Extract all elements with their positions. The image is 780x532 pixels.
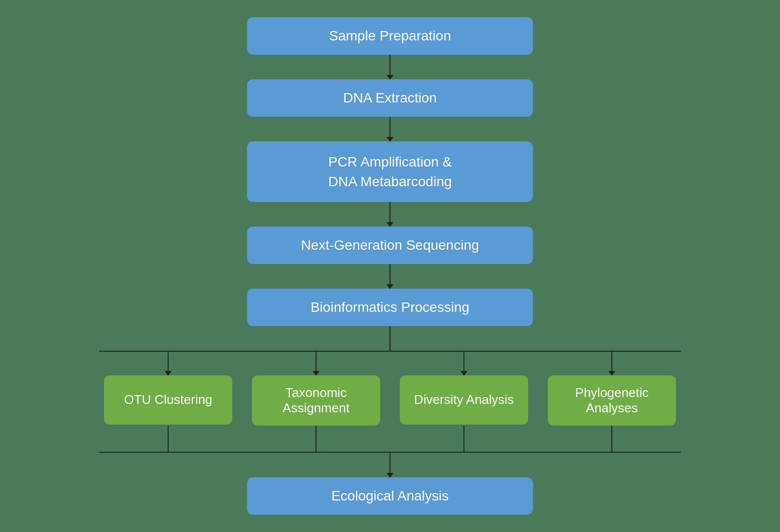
taxonomic-assignment-label: Taxonomic Assignment <box>264 385 368 416</box>
sample-preparation-label: Sample Preparation <box>329 28 451 44</box>
bottom-convergence <box>94 426 686 453</box>
phylo-bottom-stem <box>611 426 612 453</box>
pcr-amplification-box: PCR Amplification &DNA Metabarcoding <box>247 141 533 201</box>
taxonomic-bottom-stem <box>316 426 317 453</box>
ngs-box: Next-Generation Sequencing <box>247 227 533 264</box>
phylogenetic-analyses-box: Phylogenetic Analyses <box>548 375 676 426</box>
branch-section: OTU Clustering Taxonomic Assignment Dive… <box>45 351 735 453</box>
diversity-analysis-label: Diversity Analysis <box>414 392 514 407</box>
diversity-analysis-box: Diversity Analysis <box>400 375 528 425</box>
otu-stem <box>168 351 169 375</box>
flowchart: Sample Preparation DNA Extraction PCR Am… <box>45 17 735 514</box>
ecological-analysis-label: Ecological Analysis <box>331 488 449 504</box>
arrow-1 <box>390 55 390 79</box>
diversity-stem <box>463 351 464 375</box>
ngs-label: Next-Generation Sequencing <box>301 237 479 253</box>
taxonomic-assignment-box: Taxonomic Assignment <box>252 375 380 426</box>
sample-preparation-box: Sample Preparation <box>247 17 533 55</box>
otu-branch: OTU Clustering <box>94 351 242 425</box>
bioinformatics-label: Bioinformatics Processing <box>311 299 469 315</box>
diversity-branch: Diversity Analysis <box>390 351 538 425</box>
arrow-3 <box>390 202 390 227</box>
taxonomic-stem <box>316 351 317 375</box>
arrow-2 <box>390 117 390 141</box>
ecological-analysis-box: Ecological Analysis <box>247 477 533 515</box>
final-arrow <box>390 453 390 477</box>
otu-clustering-box: OTU Clustering <box>104 375 232 425</box>
phylogenetic-stem <box>611 351 612 375</box>
pcr-amplification-label: PCR Amplification &DNA Metabarcoding <box>328 152 452 191</box>
phylogenetic-branch: Phylogenetic Analyses <box>538 351 686 426</box>
dna-extraction-box: DNA Extraction <box>247 79 533 117</box>
phylogenetic-analyses-label: Phylogenetic Analyses <box>560 385 664 416</box>
arrow-4 <box>390 264 390 289</box>
branches-row: OTU Clustering Taxonomic Assignment Dive… <box>94 351 686 426</box>
otu-bottom-stem <box>168 426 169 453</box>
dna-extraction-label: DNA Extraction <box>343 90 437 106</box>
taxonomic-branch: Taxonomic Assignment <box>242 351 390 426</box>
bioinformatics-box: Bioinformatics Processing <box>247 289 533 326</box>
diversity-bottom-stem <box>463 426 464 453</box>
connector-bio <box>390 326 390 351</box>
otu-clustering-label: OTU Clustering <box>124 392 212 407</box>
